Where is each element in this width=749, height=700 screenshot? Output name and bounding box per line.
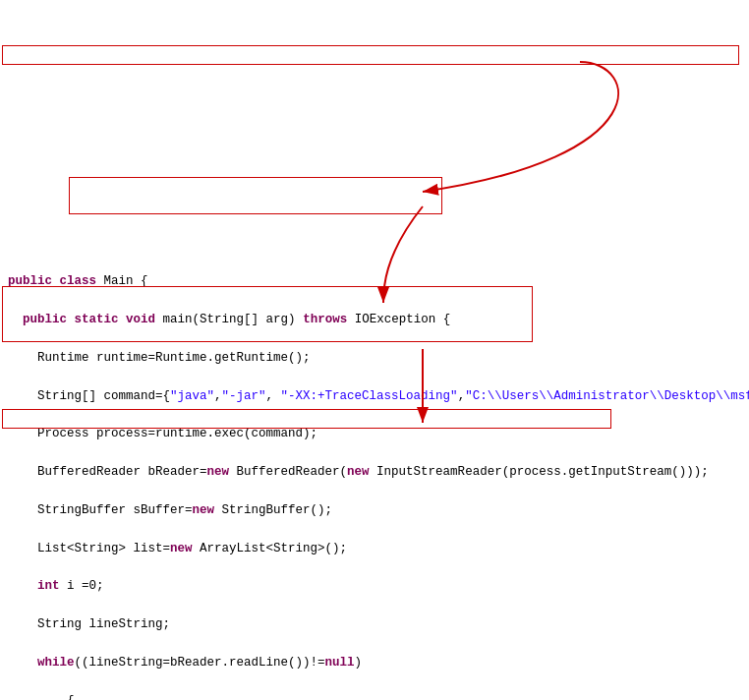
code-line: { — [8, 692, 741, 701]
code-line: int i =0; — [8, 577, 741, 596]
code-line: Process process=runtime.exec(command); — [8, 425, 741, 443]
code-line: public static void main(String[] arg) th… — [8, 311, 741, 329]
highlight-box-1 — [2, 45, 739, 65]
code-line: BufferedReader bReader=new BufferedReade… — [8, 463, 741, 482]
code-line: String[] command={"java","-jar", "-XX:+T… — [8, 387, 741, 406]
highlight-box-2 — [69, 177, 442, 214]
code-line: while((lineString=bReader.readLine())!=n… — [8, 654, 741, 672]
code-line: String lineString; — [8, 615, 741, 634]
code-line: public class Main { — [8, 272, 741, 291]
code-line: StringBuffer sBuffer=new StringBuffer(); — [8, 501, 741, 520]
code-line: List<String> list=new ArrayList<String>(… — [8, 540, 741, 558]
code-container: public class Main { public static void m… — [0, 0, 749, 700]
code-line: Runtime runtime=Runtime.getRuntime(); — [8, 349, 741, 368]
